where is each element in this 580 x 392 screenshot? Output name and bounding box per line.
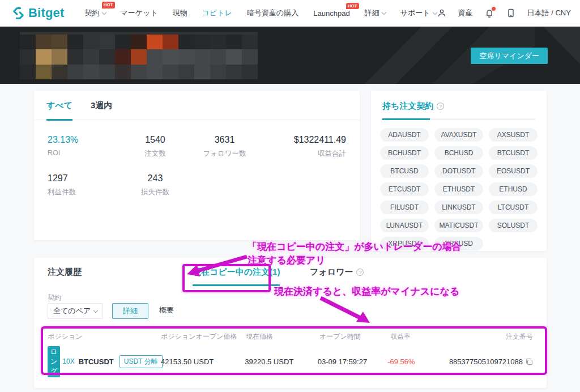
nav-item-launchpad[interactable]: Launchpad HOT	[313, 9, 349, 18]
pair-pill[interactable]: EOSUSDT	[489, 164, 538, 178]
pair-pill[interactable]: ETHUSDT	[434, 182, 483, 196]
help-icon[interactable]	[356, 269, 364, 276]
notification-bell-icon[interactable]	[484, 8, 494, 18]
open-price-value: 42153.50 USDT	[161, 357, 245, 366]
hot-badge: HOT	[102, 2, 115, 8]
open-contracts-card: 持ち注文契約 ADAUSDT AVAXUSDT AXSUSDT BCHUSDT …	[371, 91, 547, 251]
trader-stats-card: すべて 3週内 23.13% ROI 1540 注文数 3631 フォロワー数 …	[34, 91, 360, 240]
pair-pill[interactable]: BCHUSDT	[380, 146, 429, 160]
help-icon[interactable]	[437, 103, 444, 110]
pair-pill[interactable]: LINKUSDT	[434, 201, 483, 214]
roi-value: -69.56%	[387, 357, 449, 366]
stats-grid: 23.13% ROI 1540 注文数 3631 フォロワー数 $1322411…	[34, 135, 360, 197]
stat-win-count: 1297 利益件数	[48, 173, 121, 197]
table-header-row: ポジション ポジションオープン価格 現在価格 オープン時間 収益率 注文番号	[48, 329, 533, 344]
stat-orders: 1540 注文数	[121, 135, 190, 159]
main-menu: 契約 HOT マーケット 現物 コピトレ 暗号資産の購入 Launchpad H…	[85, 8, 437, 18]
bitget-logo[interactable]: Bitget	[11, 6, 65, 20]
col-position: ポジション	[48, 332, 161, 342]
stat-followers: 3631 フォロワー数	[190, 135, 259, 159]
long-badge: ロング	[48, 346, 60, 377]
col-order-no: 注文番号	[453, 332, 533, 342]
mobile-app-icon[interactable]	[506, 8, 516, 18]
chevron-down-icon	[381, 10, 386, 14]
margin-mode-badge: USDT 分離	[120, 355, 163, 368]
leverage-label: 10X	[62, 357, 74, 365]
assets-link[interactable]: 資産	[458, 8, 473, 18]
open-time-value: 03-09 17:59:27	[318, 357, 388, 366]
hot-badge: HOT	[346, 3, 359, 10]
current-price-value: 39220.5 USDT	[245, 357, 317, 366]
pair-pill[interactable]: LTCUSDT	[489, 201, 538, 214]
copy-icon[interactable]	[526, 358, 533, 365]
pair-pill[interactable]: XRPUSDT	[380, 237, 429, 250]
tab-followers[interactable]: フォロワー	[310, 267, 364, 284]
nav-item-contracts[interactable]: 契約 HOT	[85, 8, 106, 18]
detail-view-button[interactable]: 詳細	[112, 303, 148, 319]
bitget-copy-trading-page: Bitget 契約 HOT マーケット 現物 コピトレ 暗号資産の購入 Laun…	[0, 0, 580, 392]
pair-pill[interactable]: DOTUSDT	[434, 164, 483, 178]
bitget-logo-icon	[11, 6, 25, 20]
pair-pill[interactable]: BCHUSD	[434, 146, 483, 160]
chevron-down-icon	[93, 308, 98, 312]
col-open-time: オープン時間	[319, 332, 390, 342]
order-number-value: 885377505109721088	[449, 357, 523, 366]
table-row[interactable]: ロング 10X BTCUSDT USDT 分離 42153.50 USDT 39…	[48, 348, 533, 374]
summary-view-button[interactable]: 概要	[148, 303, 185, 319]
pair-pill[interactable]: AVAXUSDT	[434, 128, 483, 142]
orders-card: 注文履歴 現在コピー中の注文(1) フォロワー 契約 全てのペア 詳細 概要 ポ…	[34, 258, 547, 388]
pair-pill[interactable]: FILUSDT	[380, 201, 429, 214]
nav-item-support[interactable]: サポート	[400, 8, 437, 18]
user-icon[interactable]	[437, 8, 447, 18]
pair-pill[interactable]: XRPUSD	[434, 237, 483, 250]
orders-tabs: 注文履歴 現在コピー中の注文(1) フォロワー	[34, 258, 547, 286]
privacy-mosaic	[20, 35, 258, 79]
tab-order-history[interactable]: 注文履歴	[48, 267, 82, 284]
col-open-price: ポジションオープン価格	[161, 332, 246, 342]
nav-item-more[interactable]: 詳細	[365, 8, 386, 18]
contract-pairs-grid: ADAUSDT AVAXUSDT AXSUSDT BCHUSDT BCHUSD …	[371, 120, 547, 258]
nav-item-spot[interactable]: 現物	[173, 8, 187, 18]
pair-pill[interactable]: ETHUSD	[489, 182, 538, 196]
pair-name: BTCUSDT	[79, 357, 114, 366]
vacancy-reminder-button[interactable]: 空席リマインダー	[471, 48, 548, 64]
nav-right-group: 資産 日本語 / CNY	[437, 8, 571, 18]
stat-total-profit: $1322411.49 収益合計	[259, 135, 346, 159]
tab-current-copy-orders[interactable]: 現在コピー中の注文(1)	[193, 267, 280, 286]
stat-roi: 23.13% ROI	[48, 135, 121, 159]
brand-name: Bitget	[28, 6, 65, 20]
contract-filter-label: 契約	[48, 293, 61, 302]
orders-table: ポジション ポジションオープン価格 現在価格 オープン時間 収益率 注文番号 ロ…	[48, 329, 533, 374]
chevron-down-icon	[101, 10, 106, 14]
nav-item-buy-crypto[interactable]: 暗号資産の購入	[247, 8, 298, 18]
pair-pill[interactable]: SOLUSDT	[489, 219, 538, 232]
pair-pill[interactable]: ADAUSDT	[380, 128, 429, 142]
stat-loss-count: 243 損失件数	[121, 173, 190, 197]
pair-pill[interactable]: BTCUSDT	[489, 146, 538, 160]
blurred-trader-info	[20, 32, 258, 79]
pair-filter-select[interactable]: 全てのペア	[48, 303, 103, 319]
tab-3-weeks[interactable]: 3週内	[91, 100, 112, 119]
pair-pill[interactable]: AXSUSDT	[489, 128, 538, 142]
nav-item-copy-trading[interactable]: コピトレ	[202, 8, 232, 18]
col-current-price: 現在価格	[246, 332, 319, 342]
pair-pill[interactable]: ETCUSDT	[380, 182, 429, 196]
language-currency-selector[interactable]: 日本語 / CNY	[527, 8, 571, 18]
open-contracts-title: 持ち注文契約	[382, 101, 535, 112]
nav-item-markets[interactable]: マーケット	[121, 8, 158, 18]
pair-pill[interactable]: LUNAUSDT	[380, 219, 429, 232]
pair-pill[interactable]: BTCUSD	[380, 164, 429, 178]
col-roi: 収益率	[390, 332, 453, 342]
stats-tabs: すべて 3週内	[34, 91, 360, 120]
top-navigation: Bitget 契約 HOT マーケット 現物 コピトレ 暗号資産の購入 Laun…	[0, 0, 580, 27]
trader-header-banner: 空席リマインダー	[0, 27, 580, 84]
notification-dot	[492, 7, 496, 11]
pair-pill[interactable]: MATICUSDT	[434, 219, 483, 232]
tab-all[interactable]: すべて	[46, 100, 72, 121]
